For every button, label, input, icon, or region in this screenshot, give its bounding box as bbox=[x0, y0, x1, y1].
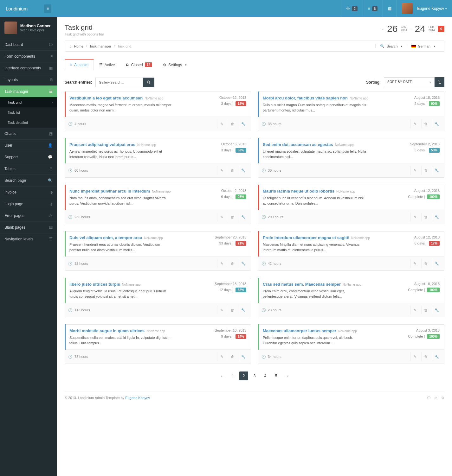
delete-button[interactable]: 🗑 bbox=[228, 119, 237, 128]
sidebar-item-dashboard[interactable]: Dashboard🖵 bbox=[0, 39, 57, 50]
task-title[interactable]: Morbi molestie augue in quam ultrices bbox=[69, 328, 145, 333]
settings-button[interactable]: 🔧 bbox=[432, 213, 441, 221]
delete-button[interactable]: 🗑 bbox=[421, 259, 430, 268]
sort-button[interactable]: ⇅ bbox=[435, 77, 444, 87]
sidebar-item-taskmgr[interactable]: Task manager☲ bbox=[0, 86, 57, 97]
tab-active[interactable]: ☷ Active bbox=[94, 59, 120, 70]
date-range[interactable]: ⌄ 26 JAN2014 - 24 FEB2014 9 bbox=[381, 23, 444, 34]
top-apps[interactable]: ▦ bbox=[383, 0, 397, 17]
sort-select[interactable]: SORT BY DATE ⌄ bbox=[384, 77, 435, 87]
page-5[interactable]: 5 bbox=[272, 371, 281, 380]
edit-button[interactable]: ✎ bbox=[217, 119, 226, 128]
delete-button[interactable]: 🗑 bbox=[421, 213, 430, 221]
sidebar-item-support[interactable]: Support💬 bbox=[0, 151, 57, 163]
task-title[interactable]: libero justo ultrices turpis bbox=[69, 282, 120, 287]
gear-icon[interactable]: ⚙ bbox=[441, 396, 444, 400]
delete-button[interactable]: 🗑 bbox=[421, 306, 430, 314]
task-title[interactable]: Maecenas ullamcorper luctus semper bbox=[263, 328, 336, 333]
edit-button[interactable]: ✎ bbox=[410, 166, 419, 175]
sidebar-item-navlev[interactable]: Navigation levels☰ bbox=[0, 233, 57, 245]
task-title[interactable]: Vestibulum a leo eget arcu accumsan bbox=[69, 96, 143, 100]
sidebar-sub-sub_grid[interactable]: Task grid› bbox=[0, 97, 57, 107]
settings-button[interactable]: 🔧 bbox=[432, 166, 441, 175]
top-people[interactable]: ⛗ 2 bbox=[341, 0, 363, 17]
settings-button[interactable]: 🔧 bbox=[239, 119, 248, 128]
page-1[interactable]: 1 bbox=[229, 371, 237, 380]
settings-button[interactable]: 🔧 bbox=[432, 306, 441, 314]
page-4[interactable]: 4 bbox=[261, 371, 270, 380]
crumb-language[interactable]: German bbox=[407, 44, 440, 48]
page-prev[interactable]: ← bbox=[218, 371, 227, 380]
sidebar-item-form[interactable]: Form components≡ bbox=[0, 50, 57, 62]
monitor-icon[interactable]: 🖵 bbox=[427, 396, 430, 400]
sidebar-item-interface[interactable]: Interface components▦ bbox=[0, 62, 57, 74]
settings-button[interactable]: 🔧 bbox=[239, 306, 248, 314]
task-title[interactable]: Duis vel aliquam enim, a tempor arcu bbox=[69, 235, 142, 240]
delete-button[interactable]: 🗑 bbox=[228, 259, 237, 268]
page-next[interactable]: → bbox=[282, 371, 291, 380]
footer-author[interactable]: Eugene Kopyov bbox=[125, 396, 150, 400]
delete-button[interactable]: 🗑 bbox=[421, 352, 430, 361]
delete-button[interactable]: 🗑 bbox=[228, 352, 237, 361]
delete-button[interactable]: 🗑 bbox=[421, 166, 430, 175]
delete-button[interactable]: 🗑 bbox=[421, 119, 430, 128]
brand[interactable]: Londinium ≡ bbox=[0, 4, 57, 13]
task-title[interactable]: Praesent adipiscing volutpat eros bbox=[69, 142, 135, 147]
tab-all[interactable]: ≡ All tasks bbox=[65, 59, 94, 70]
settings-button[interactable]: 🔧 bbox=[239, 352, 248, 361]
task-title[interactable]: Cras sed metus sem. Maecenas semper bbox=[263, 282, 341, 287]
sidebar-item-login[interactable]: Login page⚷ bbox=[0, 198, 57, 210]
task-title[interactable]: Morbi arcu dolor, faucibus vitae sapien … bbox=[263, 96, 348, 100]
settings-button[interactable]: 🔧 bbox=[432, 352, 441, 361]
task-title[interactable]: Sed enim dui, accumsan ac egestas bbox=[263, 142, 333, 147]
sidebar-item-tables[interactable]: Tables⊞ bbox=[0, 163, 57, 175]
menu-toggle-icon[interactable]: ≡ bbox=[44, 4, 51, 13]
settings-button[interactable]: 🔧 bbox=[239, 259, 248, 268]
sidebar-item-error[interactable]: Error pages⚠ bbox=[0, 210, 57, 221]
edit-button[interactable]: ✎ bbox=[217, 306, 226, 314]
crumb-manager[interactable]: Task manager bbox=[89, 44, 111, 48]
delete-button[interactable]: 🗑 bbox=[228, 166, 237, 175]
search-button[interactable] bbox=[143, 78, 154, 87]
task-hours: 78 hours bbox=[74, 355, 88, 359]
sidebar-sub-sub_list[interactable]: Task list bbox=[0, 107, 57, 117]
settings-button[interactable]: 🔧 bbox=[239, 213, 248, 221]
edit-button[interactable]: ✎ bbox=[217, 213, 226, 221]
edit-button[interactable]: ✎ bbox=[410, 259, 419, 268]
edit-button[interactable]: ✎ bbox=[410, 306, 419, 314]
settings-button[interactable]: 🔧 bbox=[239, 166, 248, 175]
edit-button[interactable]: ✎ bbox=[410, 352, 419, 361]
page-2[interactable]: 2 bbox=[239, 371, 248, 380]
settings-button[interactable]: 🔧 bbox=[432, 259, 441, 268]
sidebar-item-invoice[interactable]: Invoice$ bbox=[0, 186, 57, 198]
task-stats: 3 days | 12% bbox=[219, 101, 246, 106]
sidebar-item-user[interactable]: User👤 bbox=[0, 139, 57, 151]
profile[interactable]: Madison Gartner Web Developer bbox=[0, 17, 57, 39]
sidebar-item-charts[interactable]: Charts⬔ bbox=[0, 128, 57, 139]
scales-icon[interactable]: ⚖ bbox=[434, 396, 437, 400]
task-title[interactable]: Mauris lacinia neque ut odio lobortis bbox=[263, 189, 334, 194]
search-input[interactable] bbox=[95, 78, 143, 87]
edit-button[interactable]: ✎ bbox=[410, 213, 419, 221]
sidebar-item-layouts[interactable]: Layouts⎘ bbox=[0, 74, 57, 86]
edit-button[interactable]: ✎ bbox=[217, 259, 226, 268]
sidebar-item-search[interactable]: Search page🔍 bbox=[0, 175, 57, 186]
tab-settings[interactable]: ⚙ Settings bbox=[158, 59, 192, 70]
delete-button[interactable]: 🗑 bbox=[228, 213, 237, 221]
search-icon: 🔍 bbox=[380, 44, 384, 48]
edit-button[interactable]: ✎ bbox=[217, 352, 226, 361]
crumb-search[interactable]: 🔍 Search bbox=[375, 44, 407, 48]
edit-button[interactable]: ✎ bbox=[410, 119, 419, 128]
task-title[interactable]: Nunc imperdiet pulvinar arcu in interdum bbox=[69, 189, 150, 194]
sidebar-item-blank[interactable]: Blank pages▤ bbox=[0, 221, 57, 233]
sidebar-sub-sub_detail[interactable]: Task detailed bbox=[0, 117, 57, 128]
tab-closed[interactable]: ☯ Closed 12 bbox=[120, 59, 157, 70]
edit-button[interactable]: ✎ bbox=[217, 166, 226, 175]
crumb-home[interactable]: Home bbox=[74, 44, 83, 48]
task-title[interactable]: Proin interdum ullamcorper magna et sagi… bbox=[263, 235, 349, 240]
page-3[interactable]: 3 bbox=[250, 371, 259, 380]
top-list[interactable]: ≡ 6 bbox=[363, 0, 383, 17]
delete-button[interactable]: 🗑 bbox=[228, 306, 237, 314]
top-user[interactable]: Eugene Kopyov bbox=[397, 0, 452, 17]
settings-button[interactable]: 🔧 bbox=[432, 119, 441, 128]
